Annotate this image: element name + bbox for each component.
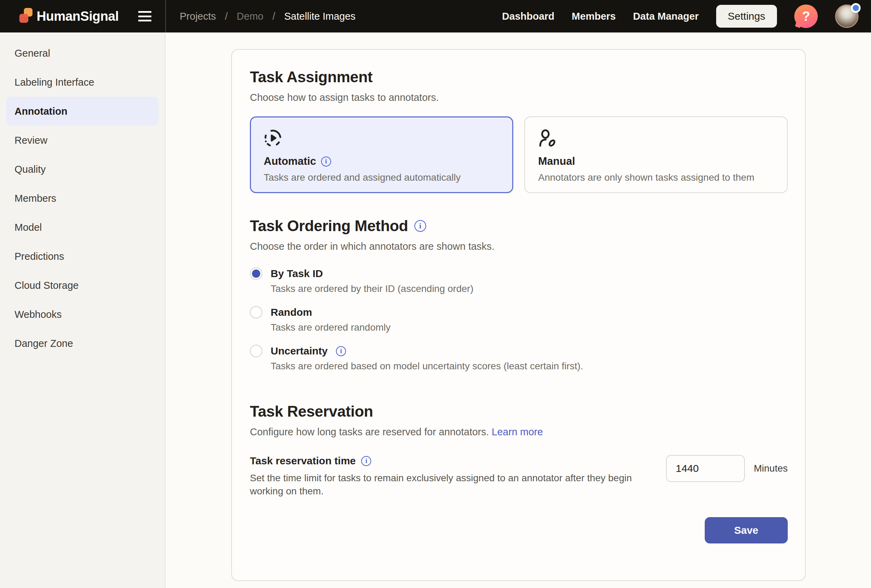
humansignal-logo[interactable]: HumanSignal — [19, 8, 118, 24]
random-label: Random — [271, 306, 312, 318]
uncertainty-row[interactable]: Uncertainty — [250, 345, 788, 357]
assignment-option-cards: Automatic Tasks are ordered and assigned… — [250, 116, 788, 193]
manual-title-row: Manual — [538, 155, 774, 167]
task-assignment-subtitle: Choose how to assign tasks to annotators… — [250, 92, 788, 103]
avatar-status-badge — [851, 3, 861, 13]
reservation-time-label: Task reservation time — [250, 455, 356, 467]
user-avatar[interactable] — [835, 4, 859, 28]
manual-card-title: Manual — [538, 155, 575, 167]
sidebar-item-webhooks[interactable]: Webhooks — [6, 300, 159, 329]
random-row[interactable]: Random — [250, 306, 788, 318]
uncertainty-info-icon[interactable] — [336, 346, 346, 356]
by-task-id-description: Tasks are ordered by their ID (ascending… — [271, 283, 788, 294]
task-ordering-subtitle: Choose the order in which annotators are… — [250, 241, 788, 252]
radio-option-random: Random Tasks are ordered randomly — [250, 306, 788, 333]
by-task-id-label: By Task ID — [271, 268, 323, 279]
assignment-card-manual[interactable]: Manual Annotators are only shown tasks a… — [524, 116, 788, 193]
task-reservation-title-text: Task Reservation — [250, 403, 373, 420]
automatic-card-title: Automatic — [264, 155, 316, 167]
breadcrumb-demo[interactable]: Demo — [237, 11, 263, 22]
reservation-time-description: Set the time limit for tasks to remain e… — [250, 472, 654, 498]
main-content: Task Assignment Choose how to assign tas… — [166, 33, 871, 588]
task-ordering-info-icon[interactable] — [415, 220, 426, 232]
reservation-time-field-row: Task reservation time Set the time limit… — [250, 455, 788, 498]
sidebar-item-cloud-storage[interactable]: Cloud Storage — [6, 271, 159, 300]
settings-sidebar: General Labeling Interface Annotation Re… — [0, 33, 166, 588]
sidebar-item-danger-zone[interactable]: Danger Zone — [6, 329, 159, 358]
automatic-info-icon[interactable] — [321, 157, 331, 167]
reservation-time-field-left: Task reservation time Set the time limit… — [250, 455, 658, 498]
uncertainty-radio[interactable] — [250, 345, 262, 357]
save-row: Save — [250, 517, 788, 543]
assignment-card-automatic[interactable]: Automatic Tasks are ordered and assigned… — [250, 116, 513, 193]
minutes-unit-label: Minutes — [754, 463, 788, 474]
nav-members[interactable]: Members — [572, 11, 615, 22]
sidebar-item-annotation[interactable]: Annotation — [6, 97, 159, 126]
humansignal-logo-icon — [19, 8, 33, 24]
sidebar-item-review[interactable]: Review — [6, 126, 159, 155]
nav-dashboard[interactable]: Dashboard — [502, 11, 554, 22]
task-ordering-title-text: Task Ordering Method — [250, 217, 408, 234]
save-button[interactable]: Save — [705, 517, 788, 543]
logo-text: HumanSignal — [37, 9, 118, 24]
hamburger-menu-icon[interactable] — [138, 11, 151, 21]
radio-option-by-task-id: By Task ID Tasks are ordered by their ID… — [250, 267, 788, 294]
random-description: Tasks are ordered randomly — [271, 322, 788, 333]
topbar-right: Dashboard Members Data Manager Settings … — [502, 0, 871, 33]
help-icon[interactable]: ? — [794, 4, 818, 28]
task-reservation-subtitle-text: Configure how long tasks are reserved fo… — [250, 426, 489, 437]
by-task-id-radio[interactable] — [250, 267, 262, 280]
sidebar-item-members[interactable]: Members — [6, 184, 159, 213]
uncertainty-label: Uncertainty — [271, 345, 328, 357]
page-body: General Labeling Interface Annotation Re… — [0, 33, 871, 588]
breadcrumb: Projects / Demo / Satellite Images — [166, 0, 356, 33]
sidebar-item-labeling-interface[interactable]: Labeling Interface — [6, 68, 159, 97]
topbar: HumanSignal Projects / Demo / Satellite … — [0, 0, 871, 33]
user-edit-icon — [538, 129, 557, 148]
app-root: HumanSignal Projects / Demo / Satellite … — [0, 0, 871, 588]
automatic-card-description: Tasks are ordered and assigned automatic… — [264, 172, 500, 183]
manual-card-description: Annotators are only shown tasks assigned… — [538, 172, 774, 183]
sidebar-item-predictions[interactable]: Predictions — [6, 242, 159, 271]
by-task-id-row[interactable]: By Task ID — [250, 267, 788, 280]
breadcrumb-projects[interactable]: Projects — [180, 11, 216, 22]
uncertainty-description: Tasks are ordered based on model uncerta… — [271, 361, 788, 372]
breadcrumb-separator: / — [272, 11, 275, 22]
nav-data-manager[interactable]: Data Manager — [633, 11, 699, 22]
radio-option-uncertainty: Uncertainty Tasks are ordered based on m… — [250, 345, 788, 372]
ordering-radio-group: By Task ID Tasks are ordered by their ID… — [250, 267, 788, 372]
task-assignment-title-text: Task Assignment — [250, 69, 373, 86]
autoplay-icon — [264, 129, 282, 148]
breadcrumb-separator: / — [225, 11, 228, 22]
settings-button[interactable]: Settings — [716, 5, 777, 28]
task-reservation-time-input[interactable] — [666, 455, 745, 482]
task-reservation-title: Task Reservation — [250, 403, 788, 420]
automatic-title-row: Automatic — [264, 155, 500, 167]
task-ordering-section: Task Ordering Method Choose the order in… — [250, 217, 788, 372]
reservation-time-input-group: Minutes — [666, 455, 788, 482]
reservation-time-info-icon[interactable] — [361, 456, 371, 466]
task-assignment-title: Task Assignment — [250, 69, 788, 86]
breadcrumb-current-project: Satellite Images — [284, 11, 355, 22]
learn-more-link[interactable]: Learn more — [492, 426, 543, 437]
random-radio[interactable] — [250, 306, 262, 318]
sidebar-item-general[interactable]: General — [6, 39, 159, 68]
sidebar-item-model[interactable]: Model — [6, 213, 159, 242]
reservation-time-label-row: Task reservation time — [250, 455, 658, 467]
task-reservation-subtitle: Configure how long tasks are reserved fo… — [250, 426, 788, 438]
task-ordering-title: Task Ordering Method — [250, 217, 788, 234]
task-reservation-section: Task Reservation Configure how long task… — [250, 403, 788, 543]
topbar-left: HumanSignal — [0, 0, 166, 33]
annotation-settings-panel: Task Assignment Choose how to assign tas… — [231, 49, 806, 581]
sidebar-item-quality[interactable]: Quality — [6, 155, 159, 184]
